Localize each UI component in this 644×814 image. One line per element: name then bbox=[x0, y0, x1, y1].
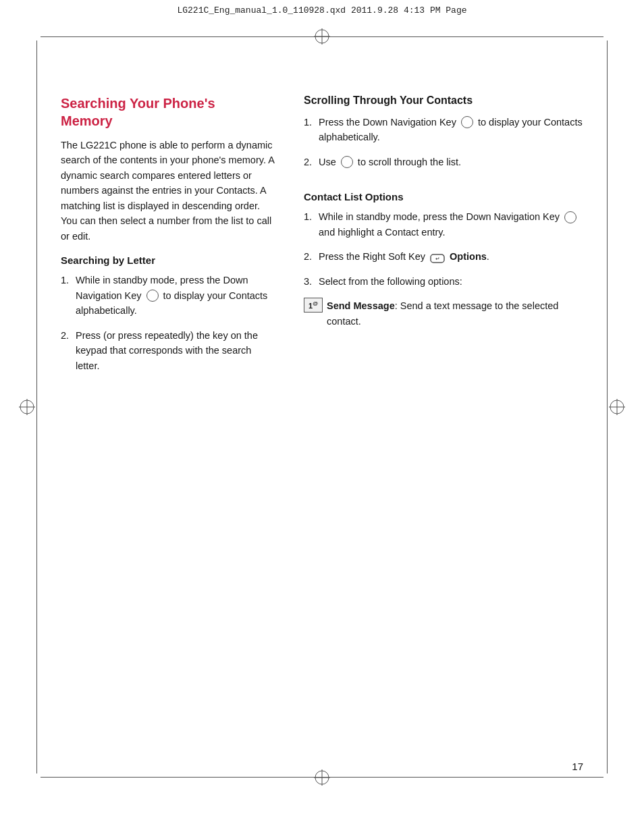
scroll-step-1-content: Press the Down Navigation Key to display… bbox=[319, 115, 583, 145]
section-title: Searching Your Phone's Memory bbox=[61, 94, 277, 130]
page-number: 17 bbox=[572, 761, 583, 772]
scroll-step-1-prefix: Press the Down Navigation Key bbox=[319, 117, 456, 128]
left-column: Searching Your Phone's Memory The LG221C… bbox=[61, 54, 277, 760]
left-step-2-content: Press (or press repeatedly) the key on t… bbox=[76, 328, 277, 373]
num-key-1-box: 1@ bbox=[304, 298, 323, 313]
content-area: Searching Your Phone's Memory The LG221C… bbox=[61, 54, 583, 760]
num-key-1-label: 1@ bbox=[308, 301, 318, 310]
down-nav-key-icon-3 bbox=[341, 156, 353, 168]
contact-list-heading: Contact List Options bbox=[304, 191, 583, 202]
contact-step-2: 2. Press the Right Soft Key ↵ Options. bbox=[304, 249, 583, 264]
reg-mark-left bbox=[19, 399, 35, 415]
scroll-step-2: 2. Use to scroll through the list. bbox=[304, 155, 583, 169]
down-nav-key-icon-2 bbox=[461, 116, 473, 128]
reg-mark-bottom bbox=[314, 769, 330, 786]
title-line2: Memory bbox=[61, 112, 277, 130]
scroll-step-2-content: Use to scroll through the list. bbox=[319, 155, 583, 169]
right-column: Scrolling Through Your Contacts 1. Press… bbox=[304, 54, 583, 760]
contact-step-3-content: Select from the following options: bbox=[319, 274, 583, 289]
contact-step-2-number: 2. bbox=[304, 249, 319, 264]
title-line1: Searching Your Phone's bbox=[61, 94, 277, 112]
section-gap-1 bbox=[304, 179, 583, 186]
right-soft-key-icon: ↵ bbox=[430, 252, 445, 262]
left-step-1: 1. While in standby mode, press the Down… bbox=[61, 273, 277, 318]
send-message-label: Send Message bbox=[327, 300, 395, 311]
reg-mark-top bbox=[314, 28, 330, 45]
contact-step-1-suffix: and highlight a Contact entry. bbox=[319, 227, 446, 238]
border-right bbox=[607, 40, 608, 774]
scroll-step-1-number: 1. bbox=[304, 115, 319, 145]
header-bar: LG221C_Eng_manual_1.0_110928.qxd 2011.9.… bbox=[41, 5, 603, 16]
border-left bbox=[36, 40, 37, 774]
intro-paragraph: The LG221C phone is able to perform a dy… bbox=[61, 138, 277, 244]
scroll-step-1: 1. Press the Down Navigation Key to disp… bbox=[304, 115, 583, 145]
contact-step-3-number: 3. bbox=[304, 274, 319, 289]
left-step-2-number: 2. bbox=[61, 328, 76, 373]
contact-step-1-content: While in standby mode, press the Down Na… bbox=[319, 209, 583, 240]
contact-step-1: 1. While in standby mode, press the Down… bbox=[304, 209, 583, 240]
scroll-step-2-number: 2. bbox=[304, 155, 319, 169]
header-file-info: LG221C_Eng_manual_1.0_110928.qxd 2011.9.… bbox=[41, 5, 603, 16]
down-nav-key-icon-4 bbox=[564, 211, 576, 223]
send-message-content: Send Message: Send a text message to the… bbox=[327, 298, 583, 329]
left-step-1-content: While in standby mode, press the Down Na… bbox=[76, 273, 277, 318]
svg-text:↵: ↵ bbox=[435, 256, 440, 262]
send-message-item: 1@ Send Message: Send a text message to … bbox=[304, 298, 583, 329]
contact-step-2-period: . bbox=[487, 251, 489, 262]
contact-step-3: 3. Select from the following options: bbox=[304, 274, 583, 289]
down-nav-key-icon-1 bbox=[146, 290, 159, 302]
contact-step-2-prefix: Press the Right Soft Key bbox=[319, 251, 425, 262]
scroll-step-2-suffix: to scroll through the list. bbox=[358, 157, 461, 167]
scroll-step-2-use: Use bbox=[319, 157, 336, 167]
searching-by-letter-heading: Searching by Letter bbox=[61, 254, 277, 266]
left-step-2: 2. Press (or press repeatedly) the key o… bbox=[61, 328, 277, 373]
reg-mark-right bbox=[609, 399, 625, 415]
scrolling-heading: Scrolling Through Your Contacts bbox=[304, 94, 583, 107]
contact-step-1-number: 1. bbox=[304, 209, 319, 240]
left-step-1-number: 1. bbox=[61, 273, 76, 318]
contact-step-2-options: Options bbox=[450, 251, 487, 262]
contact-step-1-prefix: While in standby mode, press the Down Na… bbox=[319, 211, 560, 222]
page-container: LG221C_Eng_manual_1.0_110928.qxd 2011.9.… bbox=[0, 0, 644, 814]
contact-step-2-content: Press the Right Soft Key ↵ Options. bbox=[319, 249, 583, 264]
